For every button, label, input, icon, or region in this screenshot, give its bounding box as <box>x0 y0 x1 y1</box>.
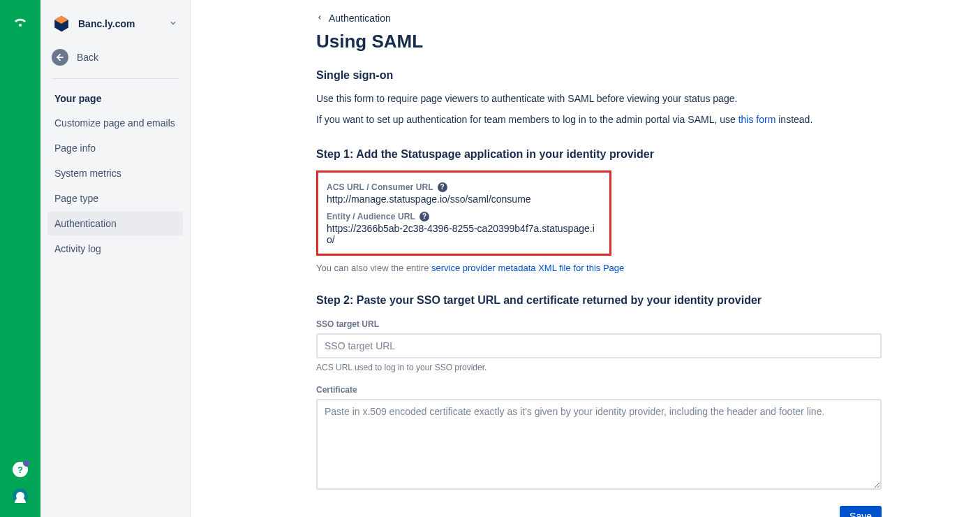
metadata-xml-link[interactable]: service provider metadata XML file for t… <box>431 263 624 273</box>
sidebar-item-activitylog[interactable]: Activity log <box>47 237 183 261</box>
metadata-hint: You can also view the entire service pro… <box>316 263 896 273</box>
sso-desc-2a: If you want to set up authentication for… <box>316 114 738 125</box>
back-label: Back <box>77 52 98 63</box>
acs-url-block: ACS URL / Consumer URL ? http://manage.s… <box>327 182 601 205</box>
sso-desc-2: If you want to set up authentication for… <box>316 112 896 126</box>
page-title: Using SAML <box>316 31 896 52</box>
help-icon[interactable]: ? <box>12 461 29 478</box>
avatar-icon[interactable] <box>12 488 29 504</box>
back-button[interactable]: Back <box>47 34 183 78</box>
sidebar-item-pagetype[interactable]: Page type <box>47 187 183 210</box>
chevron-down-icon <box>169 18 177 29</box>
app-rail: ? <box>0 0 40 517</box>
sidebar: Banc.ly.com Back Your page Customize pag… <box>40 0 191 517</box>
notification-dot-icon <box>23 460 30 467</box>
sso-target-help: ACS URL used to log in to your SSO provi… <box>316 363 896 372</box>
step1-highlight-box: ACS URL / Consumer URL ? http://manage.s… <box>316 170 611 256</box>
save-button[interactable]: Save <box>840 506 882 517</box>
entity-url-value: https://2366b5ab-2c38-4396-8255-ca20399b… <box>327 223 601 245</box>
acs-url-label: ACS URL / Consumer URL <box>327 182 433 192</box>
acs-url-value: http://manage.statuspage.io/sso/saml/con… <box>327 194 601 205</box>
breadcrumb[interactable]: Authentication <box>316 13 896 24</box>
sidebar-item-pageinfo[interactable]: Page info <box>47 136 183 160</box>
sso-desc-2b: instead. <box>775 114 812 125</box>
sidebar-item-authentication[interactable]: Authentication <box>47 212 183 235</box>
page-switcher[interactable]: Banc.ly.com <box>47 14 183 34</box>
entity-url-label: Entity / Audience URL <box>327 212 415 221</box>
sidebar-item-customize[interactable]: Customize page and emails <box>47 111 183 135</box>
help-icon[interactable]: ? <box>438 182 447 192</box>
sso-desc-1: Use this form to require page viewers to… <box>316 92 896 105</box>
certificate-input[interactable] <box>316 399 882 490</box>
entity-url-block: Entity / Audience URL ? https://2366b5ab… <box>327 212 601 245</box>
page-logo-icon <box>52 14 71 34</box>
sidebar-item-systemmetrics[interactable]: System metrics <box>47 161 183 185</box>
metadata-hint-a: You can also view the entire <box>316 263 431 273</box>
this-form-link[interactable]: this form <box>738 114 776 125</box>
page-switcher-name: Banc.ly.com <box>78 18 162 29</box>
section-sso-heading: Single sign-on <box>316 69 896 82</box>
main-content: Authentication Using SAML Single sign-on… <box>191 0 980 517</box>
sso-target-input[interactable] <box>316 333 882 358</box>
step1-title: Step 1: Add the Statuspage application i… <box>316 148 896 161</box>
chevron-left-icon <box>316 13 323 23</box>
nav-heading: Your page <box>47 89 183 111</box>
step2-title: Step 2: Paste your SSO target URL and ce… <box>316 294 896 307</box>
back-arrow-icon <box>52 49 68 66</box>
certificate-label: Certificate <box>316 385 896 395</box>
divider <box>52 78 179 79</box>
breadcrumb-label: Authentication <box>329 13 391 24</box>
sso-target-label: SSO target URL <box>316 319 896 329</box>
wifi-icon[interactable] <box>10 13 30 32</box>
help-icon[interactable]: ? <box>420 212 429 221</box>
